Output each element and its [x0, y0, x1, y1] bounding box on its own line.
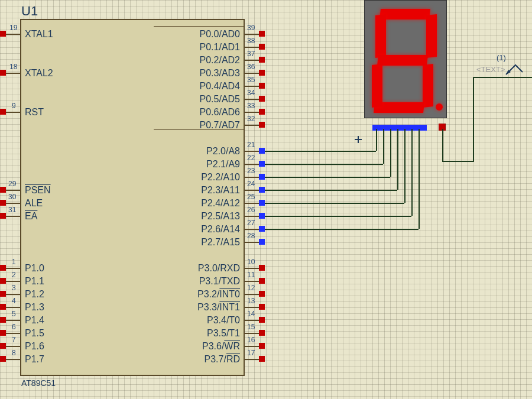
pin-num: 34: [247, 89, 255, 97]
segment-g: [377, 55, 428, 66]
pin-pad[interactable]: [259, 356, 265, 362]
pin-num: 36: [247, 63, 255, 71]
pin-label: P2.1/A9: [145, 160, 240, 169]
pin-pad[interactable]: [259, 148, 265, 154]
pin-pad[interactable]: [259, 187, 265, 193]
pin-label: P1.0: [25, 264, 44, 273]
pin-pad[interactable]: [0, 304, 6, 310]
pin-pad[interactable]: [259, 304, 265, 310]
pin-pad[interactable]: [0, 265, 6, 271]
pin-pad[interactable]: [259, 343, 265, 349]
pin-label: P3.1/TXD: [145, 277, 240, 286]
pin-label: P0.5/AD5: [145, 95, 240, 104]
pin-num: 28: [247, 232, 255, 240]
pin-num: 35: [247, 76, 255, 84]
pin-num: 1: [12, 258, 16, 266]
pin-num: 33: [247, 102, 255, 110]
pin-num: 29: [8, 180, 16, 188]
pin-label: P0.1/AD1: [145, 43, 240, 52]
pin-label-ale: ALE: [25, 199, 43, 208]
wire: [265, 177, 390, 178]
segment-a: [379, 9, 430, 20]
pin-label: P1.1: [25, 277, 44, 286]
pin-num: 22: [247, 154, 255, 162]
pin-pad[interactable]: [259, 83, 265, 89]
pin-num: 17: [247, 349, 255, 357]
pin-pad[interactable]: [259, 239, 265, 245]
pin-num: 13: [247, 297, 255, 305]
pin-pad[interactable]: [259, 226, 265, 232]
wire: [397, 129, 398, 190]
pin-num: 9: [12, 102, 16, 110]
pin-pad[interactable]: [0, 278, 6, 284]
pin-pad[interactable]: [259, 265, 265, 271]
pin-num: 27: [247, 219, 255, 227]
pin-pad[interactable]: [259, 70, 265, 76]
pin-pad[interactable]: [259, 96, 265, 102]
pin-num: 16: [247, 336, 255, 344]
pin-label: P2.4/A12: [145, 199, 240, 208]
pin-pad[interactable]: [259, 278, 265, 284]
pin-pad[interactable]: [0, 291, 6, 297]
pin-label: P0.3/AD3: [145, 69, 240, 78]
pin-pad[interactable]: [259, 317, 265, 323]
pin-label: P0.0/AD0: [145, 30, 240, 39]
pin-label: P1.5: [25, 329, 44, 338]
pin-pad[interactable]: [259, 44, 265, 50]
pin-label: P3.7/RD: [145, 355, 240, 364]
pin-num: 10: [247, 258, 255, 266]
pin-label: P3.4/T0: [145, 316, 240, 325]
wire: [265, 190, 397, 191]
pin-label: P3.0/RXD: [145, 264, 240, 273]
pin-num: 24: [247, 180, 255, 188]
pin-num: 26: [247, 206, 255, 214]
pin-pad[interactable]: [0, 356, 6, 362]
pin-pad[interactable]: [259, 174, 265, 180]
probe-text-placeholder: <TEXT>: [476, 65, 505, 74]
pin-pad[interactable]: [259, 291, 265, 297]
wire: [411, 129, 413, 216]
pin-num: 21: [247, 141, 255, 149]
pin-label: P3.3/INT1: [145, 303, 240, 312]
pin-pad[interactable]: [0, 213, 6, 219]
pin-label: P2.3/A11: [145, 186, 240, 195]
pin-label: P3.5/T1: [145, 329, 240, 338]
pin-pad[interactable]: [259, 57, 265, 63]
pin-pad[interactable]: [259, 109, 265, 115]
pin-label: P1.4: [25, 316, 44, 325]
pin-label: P0.7/AD7: [145, 121, 240, 130]
pin-pad[interactable]: [0, 317, 6, 323]
seven-segment-display[interactable]: [364, 0, 447, 118]
pin-pad[interactable]: [0, 343, 6, 349]
pin-label: P0.2/AD2: [145, 56, 240, 65]
pin-pad[interactable]: [0, 109, 6, 115]
pin-label: P2.2/A10: [145, 173, 240, 182]
pin-pad[interactable]: [259, 213, 265, 219]
pin-label: P2.0/A8: [145, 147, 240, 156]
pin-label: P0.6/AD6: [145, 108, 240, 117]
pin-pad[interactable]: [259, 31, 265, 37]
wire: [390, 129, 391, 177]
pin-pad[interactable]: [259, 330, 265, 336]
pin-pad[interactable]: [259, 200, 265, 206]
pin-label-xtal2: XTAL2: [25, 69, 53, 78]
pin-label: P1.7: [25, 355, 44, 364]
pin-pad[interactable]: [259, 122, 265, 128]
probe-number: (1): [497, 53, 506, 62]
wire: [404, 129, 406, 203]
probe-icon[interactable]: [505, 61, 525, 77]
pin-pad[interactable]: [0, 187, 6, 193]
wire: [473, 77, 474, 162]
wire: [473, 77, 532, 78]
pin-num: 4: [12, 297, 16, 305]
pin-pad[interactable]: [0, 31, 6, 37]
wire: [265, 216, 411, 217]
pin-pad[interactable]: [0, 70, 6, 76]
wire: [442, 129, 443, 162]
pin-pad[interactable]: [0, 330, 6, 336]
pin-pad[interactable]: [0, 200, 6, 206]
pin-pad[interactable]: [259, 161, 265, 167]
pin-num: 31: [8, 206, 16, 214]
wire: [376, 129, 377, 151]
wire: [419, 129, 420, 229]
